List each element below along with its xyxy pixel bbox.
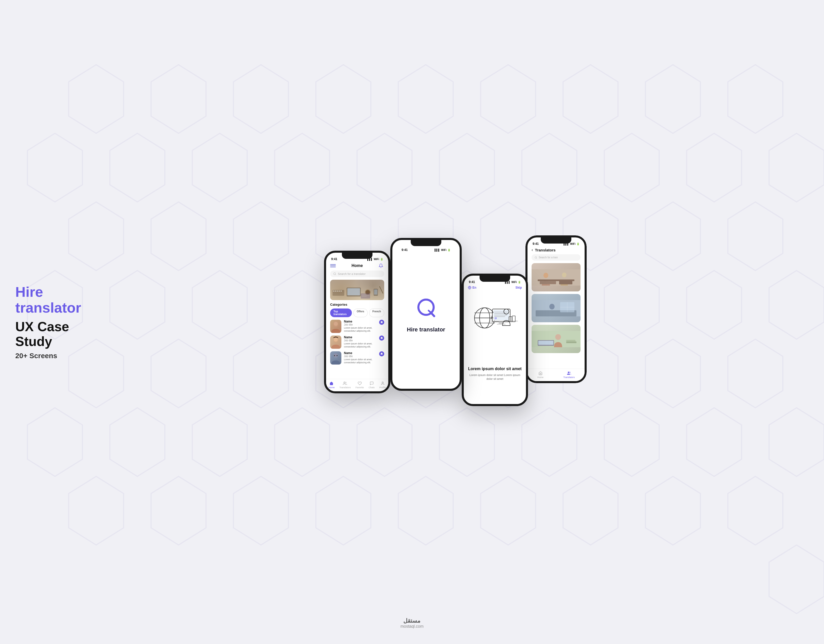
svg-rect-72 [337,291,338,292]
menu-icon[interactable] [330,263,336,268]
tab-offers[interactable]: Offers [354,308,367,317]
svg-marker-57 [69,476,123,545]
trans-nav-home[interactable]: Home [537,371,544,379]
translator-name-2: Name [344,336,377,339]
nav-chats[interactable]: Chats [369,381,375,389]
heart-icon [358,381,362,385]
svg-marker-1 [151,65,206,133]
tab-top-translators[interactable]: Top translators [330,308,352,317]
chat-icon [370,381,374,385]
onboard-body: Lorem ipsum dolor sit amet Lorem ipsum d… [468,373,522,381]
nav-profile[interactable]: Profile [380,381,386,389]
tab-french[interactable]: French [369,308,384,317]
person-svg-3 [330,351,341,365]
home-screen-title: Home [336,264,378,268]
onboard-content: 9:41 ▌▌▌ WiFi 🔋 En [464,276,526,404]
nav-profile-label: Profile [380,386,386,389]
bookmark-icon-2 [380,337,383,339]
wifi-icon-onboard: WiFi [512,281,517,284]
bell-icon[interactable] [378,263,384,268]
watermark: مستقل mostaql.com [401,618,424,629]
categories-label: Categories [326,303,388,308]
lang-label: En [472,286,476,290]
svg-marker-2 [234,65,288,133]
trans-translators-icon [567,371,571,376]
battery-icon-trans: 🔋 [576,242,580,245]
svg-marker-0 [69,65,123,133]
svg-marker-47 [28,408,82,476]
skip-button[interactable]: Skip [515,286,522,290]
status-icons-splash: ▌▌▌ WiFi 🔋 [435,248,455,251]
svg-marker-15 [522,133,577,202]
svg-point-125 [543,273,548,278]
translator-name-3: Name [344,351,377,355]
home-search-bar[interactable]: Search for a translator [330,271,384,277]
category-tabs: Top translators Offers French [326,308,388,320]
chats-nav-icon [369,381,374,386]
svg-marker-7 [646,65,700,133]
app-name: Hire translator [407,326,445,333]
screens-subtitle: 20+ Screens [15,352,102,360]
battery-icon: 🔋 [380,258,383,261]
nav-home[interactable]: Home [328,381,335,389]
svg-marker-8 [728,65,783,133]
home-header: Home [326,262,388,271]
translator-card-3[interactable]: Name Job title Lorem ipsum dolor sit ame… [330,351,384,365]
svg-line-81 [380,286,383,293]
trans-search-bar[interactable]: Search for a tran [532,254,581,261]
avatar-3 [330,351,341,365]
status-time-onboard: 9:41 [469,280,475,284]
svg-marker-18 [769,133,824,202]
trans-list-card-2[interactable]: Name Job title [532,294,581,322]
svg-rect-80 [374,290,377,294]
svg-marker-53 [522,408,577,476]
trans-nav-translators[interactable]: Translators [563,371,575,379]
phone-notch-splash [411,240,441,246]
svg-point-92 [334,355,335,356]
battery-icon-onboard: 🔋 [518,281,521,284]
phone-notch-home [342,253,372,259]
trans-list-card-3[interactable]: Name Job title [532,325,581,353]
svg-rect-139 [538,340,553,345]
left-section: Hire translator UX Case Study 20+ Screen… [15,284,102,360]
svg-marker-66 [769,545,824,613]
translator-info-3: Name Job title Lorem ipsum dolor sit ame… [344,351,377,364]
translator-job-2: Job title [344,339,377,342]
svg-rect-140 [566,341,576,343]
fav-icon-3[interactable] [379,351,384,356]
nav-favorite[interactable]: Favorite [356,381,364,389]
trans-search-placeholder: Search for a tran [539,256,558,259]
svg-rect-73 [338,291,340,292]
translator-card-1[interactable]: Name Job title Lorem ipsum dolor sit ame… [330,320,384,333]
back-button[interactable]: ‹ [532,248,533,252]
svg-rect-141 [566,340,575,341]
bookmark-icon-1 [380,321,383,324]
translator-job-3: Job title [344,355,377,358]
wifi-icon-splash: WiFi [441,248,446,251]
status-bar-splash: 9:41 ▌▌▌ WiFi 🔋 [392,246,460,253]
nav-translators[interactable]: Translators [339,381,351,389]
fav-icon-2[interactable] [379,336,384,340]
svg-point-89 [334,337,338,342]
trans-list-card-1[interactable]: Name Job title [532,263,581,291]
favorite-nav-icon [357,381,362,386]
svg-marker-61 [398,476,453,545]
svg-point-95 [382,382,383,383]
translator-desc-3: Lorem ipsum dolor sit amet, consectetur … [344,358,377,364]
nav-chats-label: Chats [369,386,375,389]
people-icon-trans [567,371,571,375]
phone-notch-trans [541,238,571,244]
onboard-svg [469,295,520,341]
svg-marker-3 [316,65,371,133]
svg-marker-4 [398,65,453,133]
translator-card-2[interactable]: Name Job title Lorem ipsum dolor sit ame… [330,336,384,349]
fav-icon-1[interactable] [379,320,384,325]
profile-nav-icon [380,381,385,386]
globe-lang[interactable]: En [468,286,476,290]
svg-marker-5 [481,65,535,133]
avatar-2 [330,336,341,349]
battery-icon-splash: 🔋 [447,248,450,251]
svg-rect-74 [341,291,342,292]
translator-list-home: Name Job title Lorem ipsum dolor sit ame… [326,320,388,379]
svg-marker-52 [440,408,494,476]
